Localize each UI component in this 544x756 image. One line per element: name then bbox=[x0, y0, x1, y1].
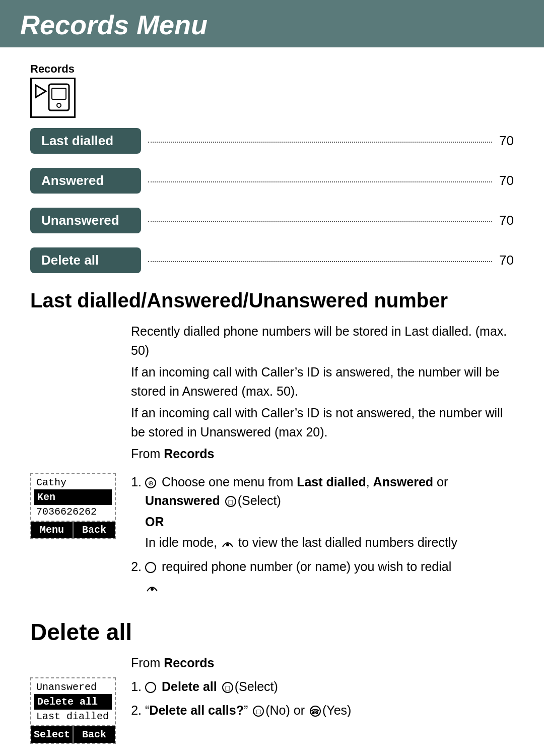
section2-steps: Delete all □(Select) “Delete all calls?”… bbox=[131, 677, 514, 725]
phone-row-lastdialled: Last dialled bbox=[34, 710, 112, 723]
phone-row-deleteall: Delete all bbox=[34, 694, 112, 710]
svg-point-7 bbox=[146, 562, 156, 573]
section2-from: From Records bbox=[131, 656, 514, 670]
dot-leader bbox=[148, 261, 492, 262]
page-num-unanswered: 70 bbox=[499, 213, 514, 228]
phone-screen-1: Cathy Ken 7036626262 bbox=[31, 474, 115, 521]
step1: ⊕ Choose one menu from Last dialled, Ans… bbox=[145, 473, 514, 552]
section2-heading: Delete all bbox=[30, 618, 514, 646]
from-records-2: From Records bbox=[131, 656, 514, 670]
select-icon-1: □ bbox=[225, 496, 236, 507]
section1-paragraphs: Recently dialled phone numbers will be s… bbox=[131, 322, 514, 464]
step-icon-d1 bbox=[145, 682, 156, 693]
records-icon-section: Records bbox=[30, 62, 514, 118]
page-title: Records Menu bbox=[20, 10, 208, 40]
select-icon-d1: □ bbox=[222, 682, 233, 693]
phone-buttons-1: Menu Back bbox=[31, 521, 115, 538]
records-icon-svg bbox=[35, 81, 71, 114]
delete-step2: “Delete all calls?” □(No) or ☎(Yes) bbox=[145, 701, 514, 720]
svg-marker-0 bbox=[36, 85, 46, 97]
phone-btn-menu[interactable]: Menu bbox=[31, 522, 73, 538]
section2-phone-steps: Unanswered Delete all Last dialled Selec… bbox=[30, 677, 514, 744]
badge-delete-all: Delete all bbox=[30, 247, 141, 273]
menu-item-answered: Answered 70 bbox=[30, 168, 514, 194]
menu-item-last-dialled: Last dialled 70 bbox=[30, 128, 514, 154]
svg-point-8 bbox=[151, 588, 154, 591]
phone-mockup-1: Cathy Ken 7036626262 Menu Back bbox=[30, 473, 116, 539]
para1: Recently dialled phone numbers will be s… bbox=[131, 322, 514, 360]
svg-rect-2 bbox=[52, 88, 66, 99]
phone-row-cathy: Cathy bbox=[34, 476, 112, 489]
delete-step1: Delete all □(Select) bbox=[145, 677, 514, 697]
svg-point-9 bbox=[146, 682, 156, 692]
dot-leader bbox=[148, 181, 492, 182]
menu-item-unanswered: Unanswered 70 bbox=[30, 208, 514, 233]
section1-heading: Last dialled/Answered/Unanswered number bbox=[30, 289, 514, 312]
svg-text:⊕: ⊕ bbox=[148, 479, 154, 487]
from-records-1: From Records bbox=[131, 445, 514, 464]
badge-answered: Answered bbox=[30, 168, 141, 194]
section1-phone-steps: Cathy Ken 7036626262 Menu Back ⊕ bbox=[30, 473, 514, 600]
phone-row-unanswered: Unanswered bbox=[34, 680, 112, 694]
phone-btn-back[interactable]: Back bbox=[74, 522, 115, 538]
redial-icon bbox=[145, 582, 159, 593]
page-num-delete-all: 70 bbox=[499, 253, 514, 268]
badge-unanswered: Unanswered bbox=[30, 208, 141, 233]
dot-leader bbox=[148, 221, 492, 222]
page-content: Records Last dialled 70 Answered 70 bbox=[0, 47, 544, 756]
idle-icon bbox=[221, 538, 235, 549]
para2: If an incoming call with Caller’s ID is … bbox=[131, 363, 514, 401]
records-label: Records bbox=[30, 62, 514, 76]
phone-btn-back2[interactable]: Back bbox=[74, 726, 115, 743]
or-label: OR bbox=[145, 513, 514, 532]
dot-leader bbox=[148, 142, 492, 143]
circle-icon-1: ⊕ bbox=[145, 475, 162, 489]
svg-point-6 bbox=[226, 543, 229, 546]
section1-steps: ⊕ Choose one menu from Last dialled, Ans… bbox=[131, 473, 514, 600]
phone-row-ken: Ken bbox=[34, 489, 112, 505]
svg-point-3 bbox=[57, 103, 61, 107]
badge-last-dialled: Last dialled bbox=[30, 128, 141, 154]
phone-screen-2: Unanswered Delete all Last dialled bbox=[31, 678, 115, 725]
para3: If an incoming call with Caller’s ID is … bbox=[131, 404, 514, 442]
menu-items-list: Last dialled 70 Answered 70 Unanswered 7… bbox=[30, 128, 514, 273]
page-num-last-dialled: 70 bbox=[499, 133, 514, 149]
yes-icon-d2: ☎ bbox=[310, 706, 321, 717]
phone-buttons-2: Select Back bbox=[31, 725, 115, 743]
phone-row-number: 7036626262 bbox=[34, 505, 112, 519]
step-icon-2 bbox=[145, 562, 156, 573]
step2: required phone number (or name) you wish… bbox=[145, 557, 514, 595]
records-icon-box bbox=[30, 78, 76, 118]
select-icon-d2: □ bbox=[253, 706, 264, 717]
phone-mockup-2: Unanswered Delete all Last dialled Selec… bbox=[30, 677, 116, 744]
menu-item-delete-all: Delete all 70 bbox=[30, 247, 514, 273]
page-num-answered: 70 bbox=[499, 173, 514, 188]
phone-btn-select[interactable]: Select bbox=[31, 726, 73, 743]
step1b-text: In idle mode, to view the last dialled n… bbox=[145, 535, 457, 549]
page-header: Records Menu bbox=[0, 0, 544, 47]
step-icon-1: ⊕ bbox=[145, 477, 156, 488]
